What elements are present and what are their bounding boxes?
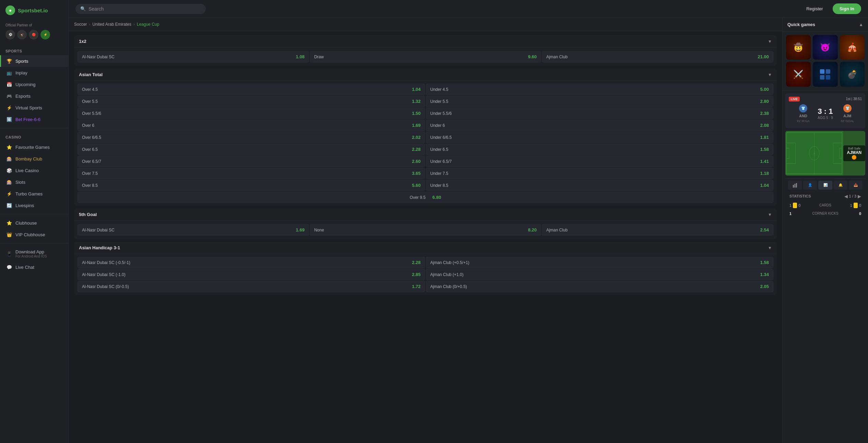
stat-tab-share[interactable]: 📤 bbox=[849, 181, 863, 190]
asian-cell[interactable]: Over 6 1.69 bbox=[78, 120, 425, 131]
asian-cell[interactable]: Over 6.5/7 2.60 bbox=[78, 156, 425, 167]
asian-cell[interactable]: Over 6/6.5 2.02 bbox=[78, 132, 425, 143]
asian-cell[interactable]: Under 6.5 1.58 bbox=[426, 144, 773, 155]
asian-cell[interactable]: Ajman Club (+0.5/+1) 1.58 bbox=[426, 257, 773, 268]
quick-game-wanted[interactable]: 🤠 bbox=[786, 35, 811, 60]
sidebar-item-label: Livespins bbox=[15, 203, 34, 208]
asian-cell[interactable]: Over 5.5/6 1.50 bbox=[78, 108, 425, 119]
asian-cell[interactable]: Over 7.5 3.65 bbox=[78, 168, 425, 179]
away-odd: 21.00 bbox=[758, 54, 769, 59]
asian-cell[interactable]: Over 6.5 2.28 bbox=[78, 144, 425, 155]
bet-option-none-5th[interactable]: None 8.20 bbox=[310, 224, 541, 236]
sidebar-item-bet-free[interactable]: 6️⃣ Bet Free-6-6 bbox=[0, 113, 68, 125]
asian-cell[interactable]: Ajman Club (0/+0.5) 2.05 bbox=[426, 281, 773, 292]
collapse-icon[interactable]: ▲ bbox=[859, 22, 863, 27]
team1-jersey: 👕 bbox=[799, 104, 807, 112]
sidebar-item-vip-clubhouse[interactable]: 👑 VIP Clubhouse bbox=[0, 229, 68, 240]
sidebar-item-download-app[interactable]: 📱 Download App For Android And IOS bbox=[0, 246, 68, 261]
asian-cell[interactable]: Under 4.5 5.00 bbox=[426, 84, 773, 95]
register-button[interactable]: Register bbox=[801, 3, 828, 14]
section-5th-goal-header[interactable]: 5th Goal ▼ bbox=[74, 208, 777, 221]
sidebar-item-live-chat[interactable]: 💬 Live Chat bbox=[0, 261, 68, 273]
asian-cell[interactable]: Al-Nasr Dubai SC (-0.5/-1) 2.28 bbox=[78, 257, 425, 268]
sidebar-item-turbo-games[interactable]: ⚡ Turbo Games bbox=[0, 188, 68, 200]
asian-cell[interactable]: Under 7.5 1.18 bbox=[426, 168, 773, 179]
sidebar-item-inplay[interactable]: 📺 Inplay bbox=[0, 67, 68, 79]
topbar: 🔍 Register Sign In bbox=[69, 0, 868, 18]
svg-point-8 bbox=[814, 153, 815, 154]
sidebar-item-livespins[interactable]: 🔄 Livespins bbox=[0, 200, 68, 211]
prev-page-icon[interactable]: ◀ bbox=[844, 194, 848, 199]
stat-tab-stats[interactable]: 📊 bbox=[818, 181, 832, 190]
asian-cell[interactable]: Al-Nasr Dubai SC (0/-0.5) 1.72 bbox=[78, 281, 425, 292]
quick-game-cubes[interactable] bbox=[813, 62, 837, 86]
sidebar-item-label: Inplay bbox=[15, 70, 27, 75]
sidebar-item-esports[interactable]: 🎮 Esports bbox=[0, 90, 68, 102]
bet-free-icon: 6️⃣ bbox=[7, 117, 12, 122]
stat-tab-bars[interactable] bbox=[788, 181, 802, 190]
asian-cell[interactable]: Under 6 2.08 bbox=[426, 120, 773, 131]
asian-cell[interactable]: Under 8.5 1.04 bbox=[426, 180, 773, 191]
asian-cell[interactable]: Al-Nasr Dubai SC (-1.0) 2.85 bbox=[78, 269, 425, 280]
none-5th-odd: 8.20 bbox=[528, 227, 537, 232]
download-app-label: Download App bbox=[15, 249, 47, 254]
chevron-down-icon-3: ▼ bbox=[768, 212, 772, 217]
asian-cell[interactable]: Ajman Club (+1.0) 1.34 bbox=[426, 269, 773, 280]
quick-game-bg: 🤠 bbox=[786, 35, 811, 60]
bet-option-home-5th[interactable]: Al-Nasr Dubai SC 1.69 bbox=[78, 224, 309, 236]
section-asian-total-header[interactable]: Asian Total ▼ bbox=[74, 69, 777, 81]
section-1x2-header[interactable]: 1x2 ▼ bbox=[74, 35, 777, 48]
match-stats-tabs: 👤 📊 🔔 📤 bbox=[785, 178, 865, 192]
svg-rect-13 bbox=[793, 185, 794, 188]
score-display: 3 : 1 bbox=[818, 107, 833, 116]
home-5th-odd: 1.69 bbox=[296, 227, 304, 232]
svg-rect-14 bbox=[795, 184, 796, 188]
match-time-top: 1st | 38:51 bbox=[846, 97, 862, 101]
stat-tab-players[interactable]: 👤 bbox=[803, 181, 817, 190]
stat-tab-bell[interactable]: 🔔 bbox=[834, 181, 847, 190]
asian-cell[interactable]: Over 4.5 1.04 bbox=[78, 84, 425, 95]
none-5th-label: None bbox=[314, 228, 324, 232]
turbo-games-icon: ⚡ bbox=[7, 191, 12, 196]
asian-cell[interactable]: Under 6.5/7 1.41 bbox=[426, 156, 773, 167]
ball-possession: Ball Safe AJMAN 🟠 bbox=[843, 145, 865, 161]
bet-option-away-5th[interactable]: Ajman Club 2.54 bbox=[542, 224, 773, 236]
quick-game-mines[interactable]: 💣 bbox=[840, 62, 865, 86]
search-input[interactable] bbox=[89, 6, 201, 12]
breadcrumb-region[interactable]: United Arab Emirates bbox=[92, 22, 131, 27]
quick-game-crew[interactable]: 🎪 bbox=[840, 35, 865, 60]
sidebar-item-bombay-club[interactable]: 🎰 Bombay Club bbox=[0, 153, 68, 165]
breadcrumb-soccer[interactable]: Soccer bbox=[74, 22, 87, 27]
signin-button[interactable]: Sign In bbox=[833, 3, 861, 14]
quick-game-gladiator[interactable]: ⚔️ bbox=[786, 62, 811, 86]
section-asian-handicap-header[interactable]: Asian Handicap 3-1 ▼ bbox=[74, 242, 777, 254]
sidebar-item-upcoming[interactable]: 📅 Upcoming bbox=[0, 79, 68, 90]
quick-game-bg: 😈 bbox=[813, 35, 837, 60]
sidebar-item-sports[interactable]: 🏆 Sports bbox=[0, 55, 68, 67]
asian-cell-full[interactable]: Over 9.5 6.80 bbox=[78, 192, 773, 203]
search-box[interactable]: 🔍 bbox=[75, 4, 206, 14]
logo[interactable]: ● Sportsbet.io bbox=[0, 5, 68, 21]
section-asian-total-title: Asian Total bbox=[79, 72, 103, 77]
stats-section-header: STATISTICS ◀ 1 / 3 ▶ bbox=[785, 192, 865, 201]
sidebar-item-virtual-sports[interactable]: ⚡ Virtual Sports bbox=[0, 102, 68, 113]
score-details: AGG 5 : 9 bbox=[818, 116, 833, 120]
quick-game-anubis[interactable]: 😈 bbox=[813, 35, 837, 60]
clubhouse-icon: ⭐ bbox=[7, 220, 12, 226]
cards-row: 1 0 CARDS 1 0 bbox=[785, 201, 865, 210]
bet-option-home[interactable]: Al-Nasr Dubai SC 1.08 bbox=[78, 51, 309, 62]
sidebar-item-live-casino[interactable]: 🎲 Live Casino bbox=[0, 165, 68, 176]
next-page-icon[interactable]: ▶ bbox=[858, 194, 861, 199]
sidebar-item-slots[interactable]: 🎰 Slots bbox=[0, 176, 68, 188]
asian-cell[interactable]: Over 8.5 5.60 bbox=[78, 180, 425, 191]
asian-cell[interactable]: Under 5.5/6 2.38 bbox=[426, 108, 773, 119]
asian-cell[interactable]: Under 5.5 2.80 bbox=[426, 96, 773, 107]
asian-cell[interactable]: Under 6/6.5 1.81 bbox=[426, 132, 773, 143]
ball-possession-label: Ball Safe bbox=[847, 147, 862, 150]
asian-cell[interactable]: Over 5.5 1.32 bbox=[78, 96, 425, 107]
bet-option-draw[interactable]: Draw 9.60 bbox=[310, 51, 541, 62]
sidebar-item-label: Turbo Games bbox=[15, 191, 43, 196]
sidebar-item-clubhouse[interactable]: ⭐ Clubhouse bbox=[0, 217, 68, 229]
bet-option-away[interactable]: Ajman Club 21.00 bbox=[542, 51, 773, 62]
sidebar-item-favourite-games[interactable]: ⭐ Favourite Games bbox=[0, 141, 68, 153]
